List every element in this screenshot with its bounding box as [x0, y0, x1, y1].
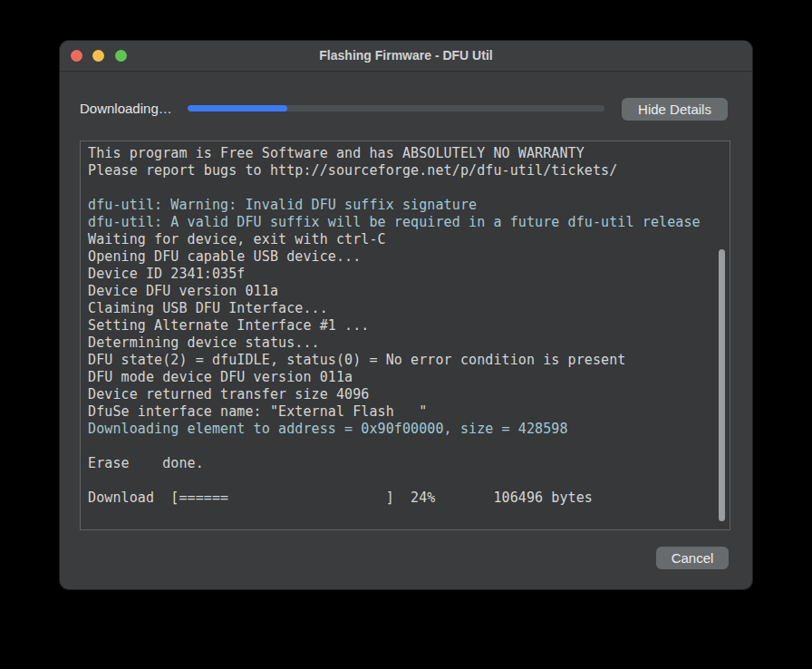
progress-label: Downloading… [80, 101, 172, 116]
download-progress-bar [188, 105, 604, 112]
log-line: Downloading element to address = 0x90f00… [88, 421, 730, 438]
log-line: Erase done. [88, 455, 730, 472]
cancel-button[interactable]: Cancel [656, 547, 729, 569]
log-line: Claiming USB DFU Interface... [88, 300, 730, 317]
log-line: Setting Alternate Interface #1 ... [88, 317, 730, 334]
log-line: DFU state(2) = dfuIDLE, status(0) = No e… [88, 352, 730, 369]
log-line: Opening DFU capable USB device... [88, 248, 730, 266]
log-line: Device ID 2341:035f [88, 266, 730, 283]
titlebar[interactable]: Flashing Firmware - DFU Util [60, 41, 752, 72]
scrollbar-thumb[interactable] [719, 249, 725, 521]
hide-details-button[interactable]: Hide Details [622, 98, 728, 121]
log-line: Device returned transfer size 4096 [88, 386, 730, 403]
log-output[interactable]: This program is Free Software and has AB… [80, 141, 730, 530]
desktop-background: Flashing Firmware - DFU Util Downloading… [0, 0, 812, 669]
log-line: Download [====== ] 24% 106496 bytes [88, 490, 730, 507]
log-line: Please report bugs to http://sourceforge… [88, 162, 730, 179]
log-line: DfuSe interface name: "External Flash " [88, 403, 730, 421]
log-line [88, 472, 730, 490]
window-title: Flashing Firmware - DFU Util [60, 41, 752, 71]
log-line: Device DFU version 011a [88, 283, 730, 300]
log-line [88, 438, 730, 455]
log-line: dfu-util: A valid DFU suffix will be req… [88, 214, 730, 231]
log-line: This program is Free Software and has AB… [88, 145, 730, 162]
log-line: Waiting for device, exit with ctrl-C [88, 231, 730, 248]
log-line [88, 179, 730, 197]
dialog-window: Flashing Firmware - DFU Util Downloading… [60, 41, 752, 589]
log-line: Determining device status... [88, 334, 730, 352]
log-line: dfu-util: Warning: Invalid DFU suffix si… [88, 197, 730, 214]
progress-fill [188, 105, 287, 112]
log-line: DFU mode device DFU version 011a [88, 369, 730, 386]
